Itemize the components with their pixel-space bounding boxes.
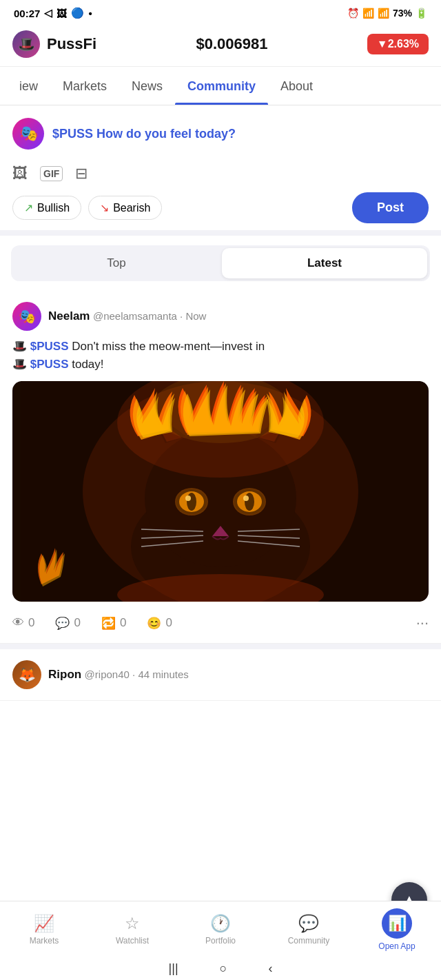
comments-icon: 💬 bbox=[55, 616, 70, 631]
toggle-tab-top[interactable]: Top bbox=[14, 248, 219, 278]
header: 🎩 PussFi $0.006981 ▼2.63% bbox=[0, 23, 441, 67]
system-menu-button[interactable]: ||| bbox=[169, 961, 178, 976]
post-item-2: 🦊 Ripon @ripon40 · 44 minutes bbox=[0, 649, 441, 701]
markets-nav-label: Markets bbox=[30, 936, 59, 946]
post-image bbox=[12, 381, 429, 602]
reaction-icon: 😊 bbox=[147, 616, 161, 631]
post-content: 🎩 $PUSS Don't miss the meow-ment—invest … bbox=[12, 338, 429, 373]
status-dot: • bbox=[88, 8, 92, 19]
comments-count: 0 bbox=[74, 616, 80, 630]
post-actions: 👁 0 💬 0 🔁 0 😊 0 ··· bbox=[12, 611, 429, 632]
feed-divider bbox=[0, 644, 441, 649]
open-app-icon: 📊 bbox=[382, 908, 412, 939]
price-change-badge: ▼2.63% bbox=[367, 34, 429, 54]
post-placeholder-text: How do you feel today? bbox=[96, 127, 236, 141]
post-time: Now bbox=[185, 310, 206, 322]
image-upload-icon[interactable]: 🖼 bbox=[12, 165, 28, 183]
bottom-nav-markets[interactable]: 📈 Markets bbox=[0, 914, 88, 946]
post-input[interactable]: $PUSS How do you feel today? bbox=[52, 127, 236, 141]
post-more-button[interactable]: ··· bbox=[416, 614, 429, 632]
battery-text: 73% bbox=[393, 8, 412, 19]
tab-overview[interactable]: iew bbox=[7, 67, 50, 105]
alarm-icon: ⏰ bbox=[347, 8, 359, 19]
bullish-button[interactable]: ↗ Bullish bbox=[12, 196, 81, 220]
bottom-nav: 📈 Markets ☆ Watchlist 🕐 Portfolio 💬 Comm… bbox=[0, 901, 441, 957]
post-input-row: 🎭 $PUSS How do you feel today? bbox=[12, 118, 429, 150]
post-reactions[interactable]: 😊 0 bbox=[147, 616, 172, 631]
signal-icon: 📶 bbox=[378, 8, 389, 19]
header-left: 🎩 PussFi bbox=[12, 30, 96, 58]
feed-toggle-tabs: Top Latest bbox=[11, 245, 430, 281]
bottom-nav-portfolio[interactable]: 🕐 Portfolio bbox=[176, 914, 265, 946]
markets-nav-icon: 📈 bbox=[34, 914, 54, 933]
status-bar: 00:27 ◁ 🖼 🔵 • ⏰ 📶 📶 73% 🔋 bbox=[0, 0, 441, 23]
open-app-label: Open App bbox=[378, 941, 415, 951]
svg-point-17 bbox=[233, 488, 266, 515]
post-retweets[interactable]: 🔁 0 bbox=[101, 616, 126, 631]
post-user-info: Neelam @neelamsamanta · Now bbox=[48, 309, 429, 323]
status-gallery-icon: 🖼 bbox=[57, 8, 67, 19]
battery-icon: 🔋 bbox=[416, 8, 427, 19]
post-comments[interactable]: 💬 0 bbox=[55, 616, 80, 631]
community-nav-icon: 💬 bbox=[298, 914, 319, 933]
post-item: 🎭 Neelam @neelamsamanta · Now 🎩 $PUSS Do… bbox=[0, 291, 441, 644]
status-time: 00:27 bbox=[14, 8, 40, 19]
gif-icon[interactable]: GIF bbox=[40, 166, 63, 181]
retweet-icon: 🔁 bbox=[101, 616, 116, 631]
portfolio-nav-label: Portfolio bbox=[205, 936, 236, 946]
bullish-label: Bullish bbox=[37, 202, 70, 214]
post-2-header: 🦊 Ripon @ripon40 · 44 minutes bbox=[12, 660, 429, 689]
post-tag-2: $PUSS bbox=[30, 358, 69, 371]
status-left: 00:27 ◁ 🖼 🔵 • bbox=[14, 7, 92, 19]
views-icon: 👁 bbox=[12, 616, 24, 630]
reactions-count: 0 bbox=[165, 616, 172, 630]
watchlist-nav-icon: ☆ bbox=[125, 914, 140, 933]
post-emoji-2: 🎩 bbox=[12, 358, 30, 371]
bottom-nav-watchlist[interactable]: ☆ Watchlist bbox=[88, 914, 176, 946]
post-views[interactable]: 👁 0 bbox=[12, 616, 34, 630]
bearish-label: Bearish bbox=[113, 202, 150, 214]
bearish-icon: ↘ bbox=[100, 201, 109, 214]
post-user-avatar: 🎭 bbox=[12, 118, 44, 150]
logo-emoji: 🎩 bbox=[18, 36, 35, 52]
tab-markets[interactable]: Markets bbox=[50, 67, 119, 105]
price-change-value: ▼2.63% bbox=[377, 38, 419, 50]
tab-news[interactable]: News bbox=[119, 67, 175, 105]
post-2-time: 44 minutes bbox=[138, 668, 188, 680]
post-2-user-info: Ripon @ripon40 · 44 minutes bbox=[48, 668, 429, 682]
tab-community[interactable]: Community bbox=[175, 67, 268, 105]
bottom-nav-open-app[interactable]: 📊 Open App bbox=[353, 908, 441, 951]
post-2-author-handle: @ripon40 · 44 minutes bbox=[85, 668, 189, 680]
bullish-icon: ↗ bbox=[24, 201, 33, 214]
retweets-count: 0 bbox=[120, 616, 126, 630]
tab-about[interactable]: About bbox=[268, 67, 325, 105]
post-submit-button[interactable]: Post bbox=[352, 192, 429, 223]
post-tag: $PUSS bbox=[52, 127, 93, 141]
bottom-nav-community[interactable]: 💬 Community bbox=[265, 914, 353, 946]
post-media-icons: 🖼 GIF ⊟ bbox=[12, 165, 88, 183]
nav-tabs: iew Markets News Community About bbox=[0, 67, 441, 105]
post-author-avatar: 🎭 bbox=[12, 302, 41, 331]
system-home-button[interactable]: ○ bbox=[220, 961, 227, 976]
community-nav-label: Community bbox=[288, 936, 330, 946]
views-count: 0 bbox=[28, 616, 34, 630]
post-box: 🎭 $PUSS How do you feel today? 🖼 GIF ⊟ ↗… bbox=[0, 105, 441, 236]
bearish-button[interactable]: ↘ Bearish bbox=[88, 196, 162, 220]
sentiment-buttons: ↗ Bullish ↘ Bearish bbox=[12, 196, 162, 220]
post-author-name: Neelam bbox=[48, 309, 90, 323]
post-toolbar: 🖼 GIF ⊟ bbox=[12, 159, 429, 188]
status-arrow-icon: ◁ bbox=[44, 7, 52, 19]
svg-point-16 bbox=[175, 488, 208, 515]
layout-icon[interactable]: ⊟ bbox=[75, 165, 88, 183]
wifi-icon: 📶 bbox=[362, 8, 374, 19]
watchlist-nav-label: Watchlist bbox=[116, 936, 149, 946]
post-2-avatar: 🦊 bbox=[12, 660, 41, 689]
post-2-author-name: Ripon bbox=[48, 668, 81, 681]
post-header: 🎭 Neelam @neelamsamanta · Now bbox=[12, 302, 429, 331]
app-logo: 🎩 bbox=[12, 30, 40, 58]
toggle-tab-latest[interactable]: Latest bbox=[222, 248, 427, 278]
post-author-handle: @neelamsamanta · Now bbox=[93, 310, 207, 322]
system-nav-bar: ||| ○ ‹ bbox=[0, 957, 441, 980]
token-price: $0.006981 bbox=[196, 35, 267, 53]
system-back-button[interactable]: ‹ bbox=[268, 961, 272, 976]
